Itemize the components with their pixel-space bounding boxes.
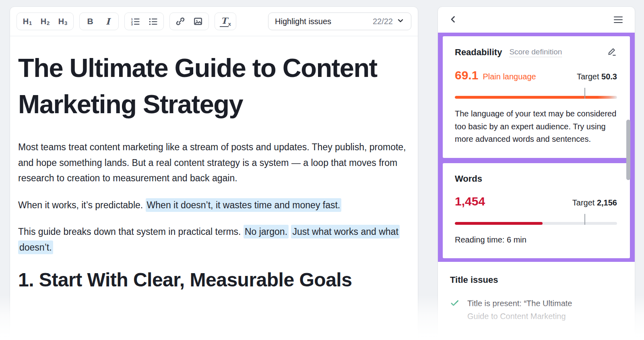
link-button[interactable] <box>172 14 189 29</box>
words-target: Target 2,156 <box>572 198 617 207</box>
link-icon <box>175 17 185 26</box>
readability-section: Readability Score definition 69.1 Plain … <box>443 36 630 158</box>
document-title: The Ultimate Guide to Content Marketing … <box>18 50 415 122</box>
highlighted-sections-wrapper: Readability Score definition 69.1 Plain … <box>438 33 635 262</box>
readability-title: Readability <box>455 47 502 58</box>
ordered-list-icon: 123 <box>130 17 140 26</box>
paragraph: Most teams treat content marketing like … <box>18 139 415 186</box>
insert-button-group <box>169 12 209 30</box>
sidebar-header <box>438 7 635 33</box>
title-issues-heading: Title issues <box>450 275 622 285</box>
clear-format-group: Tx <box>215 12 236 30</box>
svg-text:3: 3 <box>131 23 133 26</box>
highlight-issues-dropdown[interactable]: Highlight issues 22/22 <box>268 12 411 30</box>
highlight-issues-label: Highlight issues <box>275 17 331 26</box>
paragraph: This guide breaks down that system in pr… <box>18 224 415 255</box>
bullet-list-button[interactable] <box>144 14 161 29</box>
image-button[interactable] <box>190 14 206 29</box>
pencil-icon <box>607 47 617 58</box>
readability-score: 69.1 <box>455 68 478 82</box>
bold-button[interactable]: B <box>82 14 99 29</box>
reading-time: Reading time: 6 min <box>455 234 617 247</box>
image-icon <box>193 17 203 26</box>
h1-button[interactable]: H1 <box>19 14 36 29</box>
chevron-left-icon <box>448 15 458 25</box>
score-definition-link[interactable]: Score definition <box>509 48 562 57</box>
issue-text: Title is present: “The UltimateGuide to … <box>467 297 572 323</box>
words-bar-fill <box>455 222 543 225</box>
editor-panel: H1 H2 H3 B I 123 Tx <box>10 6 418 340</box>
readability-score-label: Plain language <box>483 72 536 81</box>
document-editor[interactable]: The Ultimate Guide to Content Marketing … <box>10 36 418 291</box>
chevron-down-icon <box>396 17 405 26</box>
words-target-tick <box>584 214 585 225</box>
readability-bar-fill <box>455 96 617 99</box>
readability-progress-bar <box>455 88 617 99</box>
title-issues-section: Title issues Title is present: “The Ulti… <box>438 262 635 323</box>
hamburger-icon <box>614 17 623 23</box>
clear-formatting-button[interactable]: Tx <box>217 14 234 29</box>
issue-highlight[interactable]: No jargon. <box>244 225 289 238</box>
back-button[interactable] <box>448 15 458 25</box>
section-heading-cutoff: 1. Start With Clear, Measurable Goals <box>18 269 415 291</box>
words-progress-bar <box>455 214 617 225</box>
h3-button[interactable]: H3 <box>54 14 71 29</box>
words-count: 1,454 <box>455 195 485 208</box>
h2-button[interactable]: H2 <box>37 14 54 29</box>
bullet-list-icon <box>148 17 158 26</box>
ordered-list-button[interactable]: 123 <box>127 14 144 29</box>
issue-item: Title is present: “The UltimateGuide to … <box>450 297 622 323</box>
paragraph: When it works, it’s predictable. When it… <box>18 197 415 213</box>
words-section: Words 1,454 Target 2,156 Reading time: 6… <box>443 163 630 259</box>
issues-count: 22/22 <box>373 17 393 26</box>
assistant-sidebar: Readability Score definition 69.1 Plain … <box>438 6 635 340</box>
issue-highlight[interactable]: When it doesn’t, it wastes time and mone… <box>146 198 342 212</box>
readability-target: Target 50.3 <box>577 72 617 81</box>
words-title: Words <box>455 174 482 184</box>
editor-toolbar: H1 H2 H3 B I 123 Tx <box>10 7 418 36</box>
heading-button-group: H1 H2 H3 <box>17 12 74 30</box>
format-button-group: B I <box>79 12 119 30</box>
readability-description: The language of your text may be conside… <box>455 108 617 146</box>
menu-button[interactable] <box>614 17 623 23</box>
italic-button[interactable]: I <box>99 14 116 29</box>
readability-target-tick <box>584 88 585 99</box>
list-button-group: 123 <box>124 12 164 30</box>
edit-target-button[interactable] <box>607 47 617 58</box>
check-icon <box>450 299 459 323</box>
sidebar-scrollbar[interactable] <box>626 120 630 180</box>
